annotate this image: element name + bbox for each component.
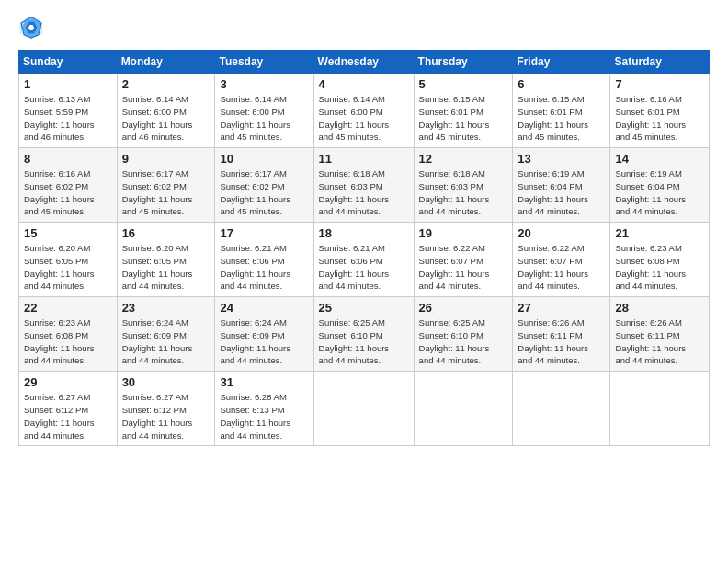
day-info: Sunrise: 6:23 AM Sunset: 6:08 PM Dayligh… bbox=[24, 316, 112, 367]
calendar-day-cell: 5Sunrise: 6:15 AM Sunset: 6:01 PM Daylig… bbox=[414, 74, 513, 148]
day-info: Sunrise: 6:27 AM Sunset: 6:12 PM Dayligh… bbox=[122, 391, 210, 442]
day-number: 16 bbox=[122, 226, 210, 240]
calendar-week-row: 8Sunrise: 6:16 AM Sunset: 6:02 PM Daylig… bbox=[19, 148, 710, 223]
page: SundayMondayTuesdayWednesdayThursdayFrid… bbox=[0, 0, 728, 455]
calendar-day-cell: 23Sunrise: 6:24 AM Sunset: 6:09 PM Dayli… bbox=[117, 297, 215, 372]
calendar-day-header: Saturday bbox=[610, 51, 710, 74]
calendar-week-row: 15Sunrise: 6:20 AM Sunset: 6:05 PM Dayli… bbox=[19, 223, 710, 297]
day-info: Sunrise: 6:27 AM Sunset: 6:12 PM Dayligh… bbox=[24, 391, 112, 442]
calendar-day-header: Friday bbox=[513, 51, 610, 74]
calendar-day-cell: 10Sunrise: 6:17 AM Sunset: 6:02 PM Dayli… bbox=[215, 148, 313, 223]
day-info: Sunrise: 6:26 AM Sunset: 6:11 PM Dayligh… bbox=[518, 316, 605, 367]
day-number: 14 bbox=[615, 152, 704, 166]
calendar-day-cell bbox=[513, 372, 610, 446]
day-info: Sunrise: 6:25 AM Sunset: 6:10 PM Dayligh… bbox=[319, 316, 409, 367]
day-info: Sunrise: 6:13 AM Sunset: 5:59 PM Dayligh… bbox=[24, 93, 112, 144]
calendar-day-cell: 31Sunrise: 6:28 AM Sunset: 6:13 PM Dayli… bbox=[215, 372, 313, 446]
day-info: Sunrise: 6:18 AM Sunset: 6:03 PM Dayligh… bbox=[419, 167, 508, 218]
day-info: Sunrise: 6:20 AM Sunset: 6:05 PM Dayligh… bbox=[122, 242, 210, 293]
calendar-day-cell: 27Sunrise: 6:26 AM Sunset: 6:11 PM Dayli… bbox=[513, 297, 610, 372]
day-info: Sunrise: 6:16 AM Sunset: 6:02 PM Dayligh… bbox=[24, 167, 112, 218]
day-info: Sunrise: 6:19 AM Sunset: 6:04 PM Dayligh… bbox=[518, 167, 605, 218]
calendar-day-cell: 7Sunrise: 6:16 AM Sunset: 6:01 PM Daylig… bbox=[610, 74, 710, 148]
day-number: 29 bbox=[24, 375, 112, 389]
day-number: 25 bbox=[319, 301, 409, 315]
calendar-day-cell: 6Sunrise: 6:15 AM Sunset: 6:01 PM Daylig… bbox=[513, 74, 610, 148]
day-number: 2 bbox=[122, 77, 210, 91]
calendar-day-cell: 24Sunrise: 6:24 AM Sunset: 6:09 PM Dayli… bbox=[215, 297, 313, 372]
day-info: Sunrise: 6:15 AM Sunset: 6:01 PM Dayligh… bbox=[518, 93, 605, 144]
calendar-day-cell: 4Sunrise: 6:14 AM Sunset: 6:00 PM Daylig… bbox=[313, 74, 414, 148]
calendar-day-cell: 18Sunrise: 6:21 AM Sunset: 6:06 PM Dayli… bbox=[313, 223, 414, 297]
day-info: Sunrise: 6:24 AM Sunset: 6:09 PM Dayligh… bbox=[220, 316, 308, 367]
calendar-day-header: Thursday bbox=[414, 51, 513, 74]
day-number: 8 bbox=[24, 152, 112, 166]
day-number: 22 bbox=[24, 301, 112, 315]
day-number: 11 bbox=[319, 152, 409, 166]
day-number: 5 bbox=[419, 77, 508, 91]
day-info: Sunrise: 6:18 AM Sunset: 6:03 PM Dayligh… bbox=[319, 167, 409, 218]
calendar-day-cell bbox=[313, 372, 414, 446]
calendar-day-header: Wednesday bbox=[313, 51, 414, 74]
calendar-day-cell: 16Sunrise: 6:20 AM Sunset: 6:05 PM Dayli… bbox=[117, 223, 215, 297]
calendar-day-cell: 25Sunrise: 6:25 AM Sunset: 6:10 PM Dayli… bbox=[313, 297, 414, 372]
day-number: 23 bbox=[122, 301, 210, 315]
day-number: 4 bbox=[319, 77, 409, 91]
day-number: 15 bbox=[24, 226, 112, 240]
calendar-day-cell: 17Sunrise: 6:21 AM Sunset: 6:06 PM Dayli… bbox=[215, 223, 313, 297]
day-number: 19 bbox=[419, 226, 508, 240]
calendar-day-cell bbox=[610, 372, 710, 446]
calendar-week-row: 29Sunrise: 6:27 AM Sunset: 6:12 PM Dayli… bbox=[19, 372, 710, 446]
day-number: 12 bbox=[419, 152, 508, 166]
calendar-week-row: 22Sunrise: 6:23 AM Sunset: 6:08 PM Dayli… bbox=[19, 297, 710, 372]
day-info: Sunrise: 6:21 AM Sunset: 6:06 PM Dayligh… bbox=[220, 242, 308, 293]
day-number: 24 bbox=[220, 301, 308, 315]
day-info: Sunrise: 6:17 AM Sunset: 6:02 PM Dayligh… bbox=[122, 167, 210, 218]
day-number: 6 bbox=[518, 77, 605, 91]
day-info: Sunrise: 6:23 AM Sunset: 6:08 PM Dayligh… bbox=[615, 242, 704, 293]
header bbox=[18, 15, 710, 40]
calendar-day-cell: 28Sunrise: 6:26 AM Sunset: 6:11 PM Dayli… bbox=[610, 297, 710, 372]
day-info: Sunrise: 6:14 AM Sunset: 6:00 PM Dayligh… bbox=[122, 93, 210, 144]
calendar-day-cell: 2Sunrise: 6:14 AM Sunset: 6:00 PM Daylig… bbox=[117, 74, 215, 148]
day-info: Sunrise: 6:17 AM Sunset: 6:02 PM Dayligh… bbox=[220, 167, 308, 218]
day-info: Sunrise: 6:22 AM Sunset: 6:07 PM Dayligh… bbox=[518, 242, 605, 293]
calendar-day-cell: 29Sunrise: 6:27 AM Sunset: 6:12 PM Dayli… bbox=[19, 372, 118, 446]
day-number: 21 bbox=[615, 226, 704, 240]
day-number: 20 bbox=[518, 226, 605, 240]
logo-icon bbox=[18, 15, 44, 40]
calendar-day-cell: 11Sunrise: 6:18 AM Sunset: 6:03 PM Dayli… bbox=[313, 148, 414, 223]
day-number: 27 bbox=[518, 301, 605, 315]
calendar-day-cell: 15Sunrise: 6:20 AM Sunset: 6:05 PM Dayli… bbox=[19, 223, 118, 297]
day-number: 26 bbox=[419, 301, 508, 315]
day-info: Sunrise: 6:28 AM Sunset: 6:13 PM Dayligh… bbox=[220, 391, 308, 442]
calendar-day-cell: 21Sunrise: 6:23 AM Sunset: 6:08 PM Dayli… bbox=[610, 223, 710, 297]
calendar-week-row: 1Sunrise: 6:13 AM Sunset: 5:59 PM Daylig… bbox=[19, 74, 710, 148]
calendar-day-cell: 26Sunrise: 6:25 AM Sunset: 6:10 PM Dayli… bbox=[414, 297, 513, 372]
day-number: 31 bbox=[220, 375, 308, 389]
day-info: Sunrise: 6:20 AM Sunset: 6:05 PM Dayligh… bbox=[24, 242, 112, 293]
day-number: 17 bbox=[220, 226, 308, 240]
calendar-day-cell: 3Sunrise: 6:14 AM Sunset: 6:00 PM Daylig… bbox=[215, 74, 313, 148]
calendar-day-cell: 22Sunrise: 6:23 AM Sunset: 6:08 PM Dayli… bbox=[19, 297, 118, 372]
calendar-day-cell: 14Sunrise: 6:19 AM Sunset: 6:04 PM Dayli… bbox=[610, 148, 710, 223]
day-number: 30 bbox=[122, 375, 210, 389]
day-number: 1 bbox=[24, 77, 112, 91]
calendar-table: SundayMondayTuesdayWednesdayThursdayFrid… bbox=[18, 50, 710, 446]
calendar-day-header: Monday bbox=[117, 51, 215, 74]
logo bbox=[18, 15, 48, 40]
day-info: Sunrise: 6:26 AM Sunset: 6:11 PM Dayligh… bbox=[615, 316, 704, 367]
day-number: 28 bbox=[615, 301, 704, 315]
day-info: Sunrise: 6:16 AM Sunset: 6:01 PM Dayligh… bbox=[615, 93, 704, 144]
day-info: Sunrise: 6:19 AM Sunset: 6:04 PM Dayligh… bbox=[615, 167, 704, 218]
day-info: Sunrise: 6:14 AM Sunset: 6:00 PM Dayligh… bbox=[220, 93, 308, 144]
calendar-day-cell: 20Sunrise: 6:22 AM Sunset: 6:07 PM Dayli… bbox=[513, 223, 610, 297]
calendar-day-cell: 12Sunrise: 6:18 AM Sunset: 6:03 PM Dayli… bbox=[414, 148, 513, 223]
day-info: Sunrise: 6:21 AM Sunset: 6:06 PM Dayligh… bbox=[319, 242, 409, 293]
calendar-day-cell: 1Sunrise: 6:13 AM Sunset: 5:59 PM Daylig… bbox=[19, 74, 118, 148]
day-number: 9 bbox=[122, 152, 210, 166]
calendar-day-header: Tuesday bbox=[215, 51, 313, 74]
day-number: 7 bbox=[615, 77, 704, 91]
day-info: Sunrise: 6:22 AM Sunset: 6:07 PM Dayligh… bbox=[419, 242, 508, 293]
day-info: Sunrise: 6:14 AM Sunset: 6:00 PM Dayligh… bbox=[319, 93, 409, 144]
